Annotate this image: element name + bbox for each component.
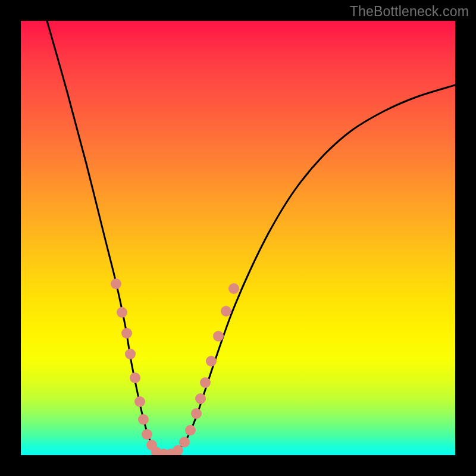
highlight-dot xyxy=(191,408,202,419)
highlight-dot xyxy=(111,278,121,289)
highlight-dot xyxy=(213,331,224,342)
highlight-dot xyxy=(138,414,149,425)
highlight-dot xyxy=(185,425,196,436)
highlight-dot xyxy=(130,372,140,383)
chart-svg xyxy=(21,21,455,455)
highlight-dot xyxy=(195,393,206,404)
highlight-dot xyxy=(221,306,231,317)
highlight-dot xyxy=(142,429,152,440)
highlight-dot xyxy=(206,356,217,367)
highlight-dot xyxy=(179,437,190,447)
highlight-dot xyxy=(200,377,211,388)
bottleneck-curve xyxy=(47,21,455,455)
highlight-dot xyxy=(117,307,127,318)
highlight-dot xyxy=(121,328,132,339)
highlight-dot xyxy=(134,396,145,407)
highlight-dot xyxy=(125,349,136,359)
highlight-dot xyxy=(228,283,239,294)
highlight-dots-group xyxy=(111,278,239,455)
watermark-text: TheBottleneck.com xyxy=(350,4,469,20)
chart-plot-area xyxy=(21,21,455,455)
